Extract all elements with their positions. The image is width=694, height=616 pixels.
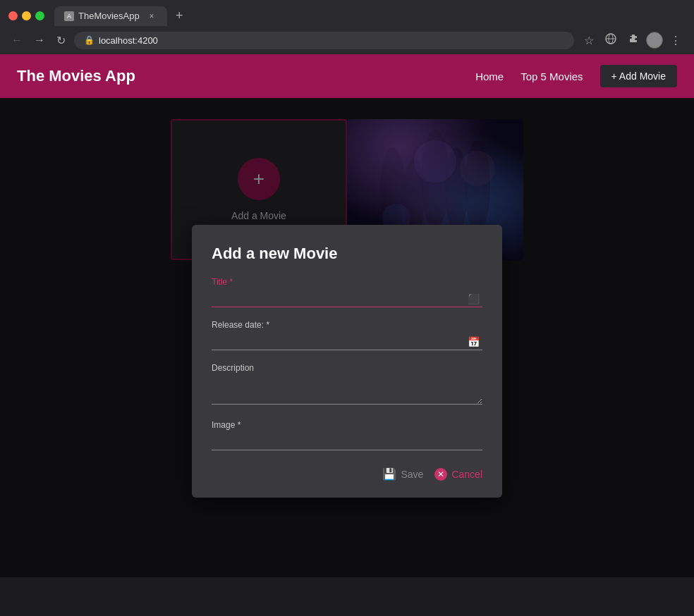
user-avatar[interactable] xyxy=(646,32,663,49)
add-movie-modal: Add a new Movie Title * ⬛ Release date: … xyxy=(192,225,502,498)
maximize-window-btn[interactable] xyxy=(35,11,44,20)
title-field: Title * ⬛ xyxy=(212,277,482,307)
refresh-btn[interactable]: ↻ xyxy=(54,31,68,50)
description-label: Description xyxy=(212,363,482,373)
toolbar-actions: ☆ ⋮ xyxy=(580,30,686,50)
nav-links: Home Top 5 Movies + Add Movie xyxy=(475,65,677,87)
save-button[interactable]: 💾 Save xyxy=(382,467,423,481)
home-link[interactable]: Home xyxy=(475,70,504,82)
minimize-window-btn[interactable] xyxy=(22,11,31,20)
image-label: Image * xyxy=(212,420,482,430)
image-input[interactable] xyxy=(212,433,482,450)
address-bar[interactable]: 🔒 xyxy=(74,32,574,49)
tab-title: TheMoviesApp xyxy=(78,11,140,21)
browser-chrome: A TheMoviesApp × + ← → ↻ 🔒 ☆ xyxy=(0,0,694,54)
more-btn[interactable]: ⋮ xyxy=(666,31,686,50)
cancel-button[interactable]: ✕ Cancel xyxy=(434,468,482,481)
window-controls xyxy=(8,11,44,20)
description-input[interactable] xyxy=(212,376,482,405)
extensions-btn[interactable] xyxy=(623,30,643,50)
release-date-field: Release date: * 📅 xyxy=(212,320,482,350)
save-label: Save xyxy=(401,469,423,480)
title-input-icon: ⬛ xyxy=(468,293,480,304)
release-date-label: Release date: * xyxy=(212,320,482,330)
bookmark-btn[interactable]: ☆ xyxy=(580,31,598,50)
tab-favicon: A xyxy=(64,11,74,21)
cancel-label: Cancel xyxy=(451,469,482,480)
new-tab-btn[interactable]: + xyxy=(170,6,189,26)
browser-toolbar: ← → ↻ 🔒 ☆ ⋮ xyxy=(0,26,694,54)
add-movie-nav-btn[interactable]: + Add Movie xyxy=(600,65,677,87)
browser-tab[interactable]: A TheMoviesApp × xyxy=(54,6,167,26)
tab-close-btn[interactable]: × xyxy=(146,11,157,22)
cancel-icon: ✕ xyxy=(434,468,447,481)
app-title: The Movies App xyxy=(17,67,135,85)
browser-icon-btn[interactable] xyxy=(601,30,621,50)
forward-btn[interactable]: → xyxy=(31,31,48,49)
address-input[interactable] xyxy=(99,35,564,46)
description-field: Description xyxy=(212,363,482,407)
top5-link[interactable]: Top 5 Movies xyxy=(520,70,583,82)
modal-overlay: Add a new Movie Title * ⬛ Release date: … xyxy=(0,98,694,577)
back-btn[interactable]: ← xyxy=(8,31,25,49)
calendar-icon: 📅 xyxy=(468,336,480,347)
image-field: Image * xyxy=(212,420,482,450)
tab-bar: A TheMoviesApp × + xyxy=(0,0,694,26)
title-input[interactable] xyxy=(212,290,482,307)
release-date-input-wrapper: 📅 xyxy=(212,333,482,350)
save-icon: 💾 xyxy=(382,467,396,481)
modal-title: Add a new Movie xyxy=(212,245,482,263)
close-window-btn[interactable] xyxy=(8,11,18,20)
main-content: + Add a Movie xyxy=(0,98,694,577)
lock-icon: 🔒 xyxy=(84,35,95,45)
modal-actions: 💾 Save ✕ Cancel xyxy=(212,467,482,481)
title-label: Title * xyxy=(212,277,482,287)
release-date-input[interactable] xyxy=(212,333,482,350)
app-navbar: The Movies App Home Top 5 Movies + Add M… xyxy=(0,54,694,98)
title-input-wrapper: ⬛ xyxy=(212,290,482,307)
